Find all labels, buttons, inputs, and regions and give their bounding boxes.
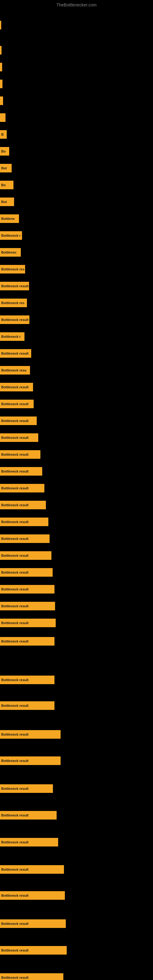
bar-label: Bottleneck result <box>1 894 29 897</box>
result-bar: Bottleneck result <box>0 517 48 526</box>
bar-row: Bottleneck r <box>0 332 24 341</box>
bar-label: Bottleneck result <box>1 453 29 456</box>
result-bar: Bottleneck result <box>0 467 42 476</box>
result-bar: Bottleneck result <box>0 433 38 442</box>
result-bar: Bottleneck result <box>0 450 40 459</box>
result-bar <box>0 21 1 29</box>
bar-label: Bottleneck res <box>1 267 24 271</box>
bar-label: Bottleneck result <box>1 436 29 439</box>
result-bar: Bottleneck result <box>0 602 55 610</box>
bar-label: Bottleneck result <box>1 604 29 608</box>
bar-label: Bottleneck result <box>1 520 29 524</box>
bar-row <box>0 80 2 88</box>
result-bar: Bottleneck result <box>0 349 31 358</box>
bar-label: Bo <box>1 150 6 153</box>
bar-row: Bottleneck result <box>0 637 54 646</box>
bar-label: Bottleneck result <box>1 787 29 791</box>
result-bar: Bottleneck result <box>0 891 65 900</box>
bar-row: Bottleneck result <box>0 602 55 610</box>
bars-container: BBoBotBoBotBottleneBottleneck rBottlenec… <box>0 9 153 980</box>
result-bar: Bottleneck result <box>0 417 37 425</box>
result-bar: Bottlenec <box>0 248 21 257</box>
result-bar: Bottleneck result <box>0 585 54 593</box>
bar-row: Bottleneck r <box>0 231 22 240</box>
bar-label: Bottleneck result <box>1 840 29 844</box>
bar-label: Bottleneck result <box>1 318 29 321</box>
result-bar: Bottleneck result <box>0 756 61 765</box>
bar-row: Bottleneck res <box>0 299 27 307</box>
bar-row: B <box>0 130 7 139</box>
result-bar: Bottleneck r <box>0 231 22 240</box>
result-bar: Bottleneck result <box>0 811 57 819</box>
result-bar: Bottleneck result <box>0 676 54 684</box>
result-bar: Bottleneck result <box>0 400 33 408</box>
bar-row: Bottleneck result <box>0 838 58 846</box>
bar-row: Bottleneck result <box>0 784 53 793</box>
bar-label: Bottleneck result <box>1 402 29 406</box>
bar-label: Bottleneck r <box>1 335 21 339</box>
result-bar: Bottleneck result <box>0 568 53 577</box>
bar-row: Bottlene <box>0 215 19 223</box>
result-bar: Bottleneck result <box>0 946 67 955</box>
bar-label: Bot <box>1 200 7 204</box>
bar-label: Bottleneck result <box>1 948 29 952</box>
bar-row: Bottlenec <box>0 248 21 257</box>
bar-label: Bottleneck result <box>1 284 29 288</box>
result-bar: Bottleneck result <box>0 784 53 793</box>
result-bar: Bottleneck result <box>0 838 58 846</box>
bar-row <box>0 21 1 29</box>
bar-row: Bottleneck result <box>0 484 45 492</box>
result-bar: Bottleneck result <box>0 484 45 492</box>
bar-label: Bottleneck result <box>1 704 29 708</box>
result-bar: Bottleneck result <box>0 865 64 874</box>
result-bar: Bo <box>0 147 9 156</box>
bar-label: Bot <box>1 166 7 170</box>
bar-label: Bottleneck result <box>1 640 29 643</box>
result-bar: Bottleneck result <box>0 637 54 646</box>
bar-row <box>0 97 3 105</box>
bar-row: Bottleneck result <box>0 417 37 425</box>
bar-row: Bottleneck result <box>0 450 40 459</box>
bar-label: Bottleneck result <box>1 759 29 762</box>
bar-label: Bottleneck result <box>1 678 29 682</box>
bar-label: Bottleneck result <box>1 486 29 490</box>
result-bar: Bottleneck result <box>0 973 63 980</box>
bar-row: Bottleneck result <box>0 891 65 900</box>
bar-label: Bottleneck r <box>1 234 21 237</box>
bar-label: Bottleneck resu <box>1 368 27 372</box>
bar-label: Bottleneck result <box>1 419 29 423</box>
bar-row: Bottleneck result <box>0 383 33 391</box>
result-bar: Bottleneck result <box>0 619 56 627</box>
result-bar: Bottleneck r <box>0 332 24 341</box>
result-bar: Bottleneck result <box>0 920 66 928</box>
bar-label: Bottleneck result <box>1 469 29 473</box>
site-title: TheBottlenecker.com <box>0 0 153 10</box>
bar-row: Bottleneck result <box>0 973 63 980</box>
bar-row: Bot <box>0 197 14 206</box>
result-bar: Bottleneck result <box>0 282 29 290</box>
result-bar <box>0 80 2 88</box>
result-bar: B <box>0 130 7 139</box>
result-bar: Bottlene <box>0 215 19 223</box>
bar-row: Bottleneck result <box>0 946 67 955</box>
result-bar: Bottleneck res <box>0 265 25 274</box>
bar-row: Bottleneck result <box>0 517 48 526</box>
bar-row: Bottleneck result <box>0 551 51 560</box>
bar-row <box>0 113 5 122</box>
bar-label: Bottleneck result <box>1 922 29 926</box>
bar-row: Bo <box>0 147 9 156</box>
bar-label: Bottleneck result <box>1 385 29 389</box>
result-bar: Bottleneck res <box>0 299 27 307</box>
result-bar <box>0 113 5 122</box>
bar-row: Bottleneck result <box>0 701 54 710</box>
bar-row: Bottleneck result <box>0 282 29 290</box>
result-bar <box>0 63 2 72</box>
bar-row: Bottleneck result <box>0 400 33 408</box>
bar-row: Bot <box>0 164 12 172</box>
result-bar: Bottleneck result <box>0 551 51 560</box>
bar-label: Bottlenec <box>1 250 16 254</box>
bar-row: Bottleneck result <box>0 467 42 476</box>
bar-row: Bottleneck result <box>0 811 57 819</box>
result-bar: Bottleneck result <box>0 701 54 710</box>
bar-label: Bottleneck result <box>1 554 29 557</box>
